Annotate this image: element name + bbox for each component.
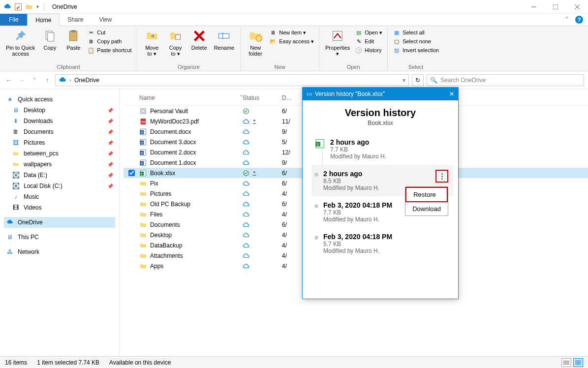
search-input[interactable]: 🔍 Search OneDrive <box>427 74 584 86</box>
nav-up-button[interactable]: ↑ <box>42 75 52 85</box>
paste-shortcut-button[interactable]: 📋Paste shortcut <box>85 46 133 55</box>
ribbon-group-organize-label: Organize <box>178 64 200 71</box>
delete-button[interactable]: Delete <box>187 27 211 51</box>
file-status <box>243 252 282 259</box>
download-menu-item[interactable]: Download <box>405 202 448 215</box>
edit-button[interactable]: ✎Edit <box>353 37 384 46</box>
sidebar-videos[interactable]: 🎞Videos <box>4 202 115 213</box>
sidebar-onedrive[interactable]: OneDrive <box>4 217 115 228</box>
select-none-button[interactable]: ▢Select none <box>391 37 441 46</box>
file-name: DataBackup <box>150 242 182 249</box>
sidebar-between-pcs[interactable]: between_pcs📌 <box>4 148 115 159</box>
sidebar-desktop[interactable]: 🖥Desktop📌 <box>4 105 115 116</box>
version-item[interactable]: 2 hours ago 8.5 KB Modified by Mauro H. … <box>311 165 453 196</box>
copy-path-button[interactable]: 🗎Copy path <box>85 37 133 46</box>
file-status <box>243 201 282 208</box>
select-all-button[interactable]: ▦Select all <box>391 28 441 37</box>
sidebar-pictures[interactable]: 🖼Pictures📌 <box>4 137 115 148</box>
restore-menu-item[interactable]: Restore <box>405 187 448 202</box>
help-icon[interactable]: ? <box>575 16 583 24</box>
invert-selection-button[interactable]: ▨Invert selection <box>391 46 441 55</box>
tab-home[interactable]: Home <box>27 14 60 26</box>
new-item-icon: 🗎 <box>269 29 277 36</box>
rename-button[interactable]: Rename <box>211 27 238 51</box>
file-name: Document 3.docx <box>150 139 196 146</box>
window-title: OneDrive <box>52 3 77 10</box>
sidebar-documents[interactable]: 🗎Documents📌 <box>4 126 115 137</box>
move-to-button[interactable]: Move to ▾ <box>140 27 164 57</box>
version-item[interactable]: Feb 3, 2020 04:18 PM 5.7 KB Modified by … <box>311 228 453 259</box>
cut-button[interactable]: ✂Cut <box>85 28 133 37</box>
select-none-icon: ▢ <box>393 37 401 45</box>
breadcrumb-root[interactable]: OneDrive <box>74 77 99 84</box>
breadcrumb[interactable]: › OneDrive ▾ <box>55 74 409 86</box>
minimize-button[interactable] <box>523 0 545 14</box>
open-button[interactable]: ▤Open ▾ <box>353 28 384 37</box>
svg-text:X: X <box>317 142 319 147</box>
pin-icon: 📌 <box>107 140 113 146</box>
tab-view[interactable]: View <box>91 14 120 26</box>
desktop-icon: 🖥 <box>12 106 20 114</box>
refresh-button[interactable]: ↻ <box>412 74 424 86</box>
breadcrumb-dropdown-icon[interactable]: ▾ <box>402 77 405 84</box>
documents-icon: 🗎 <box>12 128 20 136</box>
sidebar-this-pc[interactable]: 🖥This PC <box>4 232 115 243</box>
tab-share[interactable]: Share <box>60 14 91 26</box>
new-folder-button[interactable]: New folder <box>244 27 267 57</box>
folder-icon <box>12 150 20 157</box>
file-status <box>243 263 282 270</box>
nav-recent-button[interactable]: ˅ <box>30 75 39 85</box>
copy-to-button[interactable]: Copy to ▾ <box>164 27 187 57</box>
sidebar-downloads[interactable]: ⬇Downloads📌 <box>4 116 115 126</box>
version-history-dialog: ▭ Version history "Book.xlsx" ✕ Version … <box>302 87 459 299</box>
qat-folder-icon[interactable] <box>25 2 33 11</box>
dialog-filename: Book.xlsx <box>303 120 458 126</box>
nav-forward-button[interactable]: → <box>17 75 27 85</box>
svg-text:X: X <box>141 172 143 175</box>
col-status-header[interactable]: Status <box>243 94 282 101</box>
svg-rect-42 <box>579 361 581 362</box>
dialog-close-button[interactable]: ✕ <box>449 91 454 97</box>
version-time: 2 hours ago <box>330 138 386 146</box>
sidebar-quick-access[interactable]: ★Quick access <box>4 94 115 105</box>
excel-icon: X <box>314 138 325 149</box>
file-status <box>243 170 282 177</box>
version-context-menu: Restore Download <box>405 186 448 216</box>
tab-file[interactable]: File <box>0 14 27 26</box>
qat-item-icon[interactable]: ✔ <box>15 3 22 10</box>
properties-button[interactable]: Properties ▾ <box>322 27 353 57</box>
sidebar-network[interactable]: 🖧Network <box>4 246 115 257</box>
version-more-button[interactable] <box>435 170 448 183</box>
close-button[interactable] <box>566 0 588 14</box>
file-checkbox[interactable] <box>128 170 135 176</box>
history-button[interactable]: 🕒History <box>353 46 384 55</box>
nav-back-button[interactable]: ← <box>4 75 14 85</box>
file-status <box>243 149 282 156</box>
file-name: Pix <box>150 180 158 187</box>
file-status <box>243 180 282 187</box>
sidebar-wallpapers[interactable]: wallpapers📌 <box>4 159 115 170</box>
sidebar-local-c[interactable]: 💽Local Disk (C:)📌 <box>4 181 115 191</box>
sidebar-music[interactable]: ♪Music <box>4 191 115 202</box>
ribbon-collapse-icon[interactable]: ˄ <box>565 16 568 23</box>
file-type-icon <box>139 200 147 208</box>
pin-to-quick-access-button[interactable]: Pin to Quick access <box>3 27 38 57</box>
view-large-icons-button[interactable] <box>573 358 583 367</box>
new-item-button[interactable]: 🗎New item ▾ <box>267 28 316 37</box>
view-details-button[interactable] <box>561 358 571 367</box>
sidebar-data-e[interactable]: 💽Data (E:)📌 <box>4 170 115 181</box>
col-name-header[interactable]: Name <box>139 94 155 101</box>
file-type-icon <box>139 180 147 187</box>
ribbon-group-new-label: New <box>275 64 285 71</box>
version-item[interactable]: X 2 hours ago 7.7 KB Modified by Mauro H… <box>311 133 453 165</box>
paste-button[interactable]: Paste <box>62 27 85 51</box>
file-name: Document 1.docx <box>150 159 196 166</box>
copy-button[interactable]: Copy <box>38 27 62 51</box>
maximize-button[interactable] <box>545 0 566 14</box>
move-to-icon <box>144 28 160 44</box>
version-size: 7.7 KB <box>330 146 386 153</box>
status-selection: 1 item selected 7.74 KB <box>37 359 99 366</box>
easy-access-button[interactable]: 📂Easy access ▾ <box>267 37 316 46</box>
ribbon-group-select-label: Select <box>408 64 424 71</box>
qat-overflow-icon[interactable]: ▾ <box>36 4 39 9</box>
